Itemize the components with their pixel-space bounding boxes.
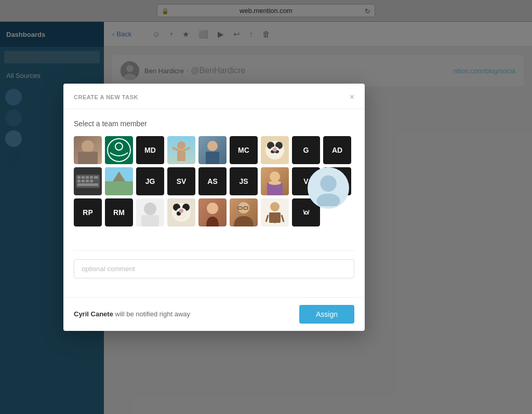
svg-rect-23 [86, 176, 89, 179]
team-member[interactable] [167, 198, 195, 226]
team-member[interactable] [198, 198, 227, 226]
svg-point-50 [270, 202, 280, 211]
svg-point-45 [179, 209, 183, 213]
team-member[interactable]: MC [230, 136, 258, 164]
assign-button[interactable]: Assign [299, 305, 354, 324]
team-member[interactable] [74, 136, 102, 164]
team-member[interactable] [136, 198, 164, 226]
modal-divider [74, 250, 354, 251]
modal-title: CREATE A NEW TASK [74, 94, 138, 100]
svg-rect-12 [206, 152, 219, 164]
team-member[interactable] [261, 136, 289, 164]
team-member[interactable] [198, 136, 227, 164]
svg-rect-38 [141, 215, 159, 226]
svg-point-19 [273, 148, 277, 152]
svg-point-34 [270, 171, 280, 182]
team-member[interactable] [74, 167, 102, 195]
svg-point-36 [269, 181, 281, 185]
svg-rect-27 [82, 180, 85, 182]
team-member[interactable] [230, 198, 258, 226]
svg-point-3 [82, 140, 94, 153]
select-team-label: Select a team member [74, 119, 354, 128]
team-member[interactable]: JS [230, 167, 258, 195]
team-member[interactable] [105, 136, 133, 164]
team-member[interactable]: ~ [261, 198, 289, 226]
svg-line-52 [266, 215, 268, 222]
svg-rect-28 [86, 180, 89, 182]
svg-rect-22 [82, 176, 85, 179]
notify-suffix: will be notified right away [115, 310, 191, 318]
svg-point-56 [316, 193, 340, 206]
modal-overlay: CREATE A NEW TASK × Select a team member [0, 0, 532, 414]
notify-text: Cyril Canete will be notified right away [74, 310, 190, 318]
comment-input[interactable] [74, 259, 354, 278]
svg-rect-24 [90, 176, 93, 179]
modal-footer: Cyril Canete will be notified right away… [63, 297, 365, 331]
close-button[interactable]: × [350, 93, 354, 101]
team-member[interactable]: SV [167, 167, 195, 195]
svg-rect-30 [77, 183, 98, 186]
modal-body: Select a team member MD [63, 109, 365, 297]
selected-avatar-placeholder [308, 167, 349, 209]
svg-rect-29 [90, 180, 93, 182]
svg-line-53 [282, 215, 284, 222]
svg-rect-26 [77, 180, 81, 182]
team-member[interactable]: MD [136, 136, 164, 164]
svg-point-37 [144, 203, 156, 215]
team-member[interactable]: AS [198, 167, 227, 195]
team-member[interactable]: AD [323, 136, 351, 164]
team-member[interactable] [261, 167, 289, 195]
svg-rect-25 [94, 176, 98, 179]
svg-rect-21 [77, 176, 81, 179]
svg-point-11 [207, 141, 218, 151]
team-member[interactable]: RM [105, 198, 133, 226]
team-member[interactable]: RP [74, 198, 102, 226]
svg-point-7 [177, 141, 185, 150]
notify-name: Cyril Canete [74, 310, 113, 318]
modal-header: CREATE A NEW TASK × [63, 84, 365, 109]
team-member[interactable]: G [292, 136, 320, 164]
team-member[interactable] [167, 136, 195, 164]
team-member[interactable]: JG [136, 167, 164, 195]
team-member[interactable] [105, 167, 133, 195]
svg-rect-10 [177, 152, 185, 161]
team-member-grid: MD MC [74, 136, 354, 240]
svg-rect-32 [105, 181, 133, 195]
create-task-modal: CREATE A NEW TASK × Select a team member [63, 84, 365, 331]
svg-point-55 [320, 175, 337, 192]
svg-text:~: ~ [274, 221, 276, 225]
svg-point-46 [207, 203, 218, 214]
svg-rect-4 [78, 152, 98, 164]
member-initials: MD [136, 136, 164, 164]
